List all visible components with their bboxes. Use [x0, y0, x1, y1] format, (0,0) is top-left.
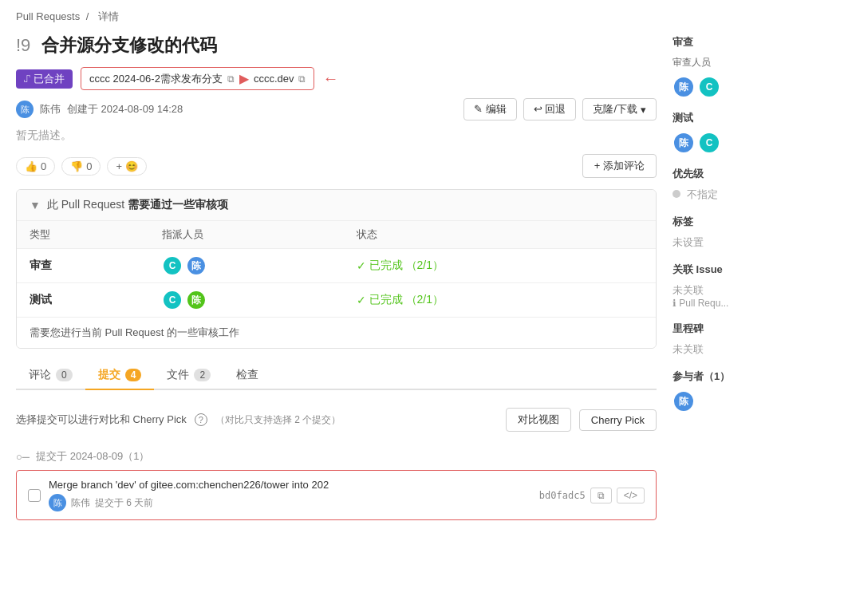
commit-actions: bd0fadc5 ⧉ </>	[539, 488, 645, 503]
clone-download-button[interactable]: 克隆/下载 ▾	[582, 98, 657, 120]
tester-avatar-1: 陈	[672, 132, 695, 154]
pr-title: !9 合并源分支修改的代码	[16, 34, 657, 57]
review-row-check: 审查 C 陈 ✓ 已完成 （	[17, 249, 656, 283]
commit-author-name: 陈伟	[71, 496, 90, 510]
breadcrumb-parent[interactable]: Pull Requests	[16, 10, 80, 22]
col-type: 类型	[17, 221, 149, 249]
review-note: 需要您进行当前 Pull Request 的一些审核工作	[17, 317, 656, 348]
commit-author-row: 陈 陈伟 提交于 6 天前	[49, 494, 531, 511]
tab-check-label: 检查	[236, 368, 258, 382]
red-arrow-icon: ←	[322, 69, 338, 88]
thumbup-icon: 👍	[25, 160, 37, 172]
assignee-avatar-1: C	[162, 255, 183, 276]
sidebar-test-avatars: 陈 C	[672, 132, 832, 154]
copy-branch-to-icon[interactable]: ⧉	[298, 73, 306, 85]
sidebar-priority-value: 不指定	[672, 188, 832, 202]
thumbdown-icon: 👎	[70, 160, 83, 172]
sidebar-milestone-value: 未关联	[672, 342, 832, 357]
col-assignee: 指派人员	[149, 221, 344, 249]
author-name: 陈伟	[40, 102, 61, 116]
contributor-avatar-1: 陈	[672, 390, 695, 413]
emoji-button[interactable]: + 😊	[107, 157, 146, 176]
emoji-icon: + 😊	[116, 160, 137, 172]
sidebar-test-title: 测试	[672, 111, 832, 125]
clone-label: 克隆/下载	[593, 102, 637, 116]
cherry-pick-button[interactable]: Cherry Pick	[579, 409, 657, 431]
branch-to: cccc.dev	[254, 73, 294, 85]
edit-button[interactable]: ✎ 编辑	[463, 98, 517, 120]
commits-group: ○─ 提交于 2024-08-09（1） Merge branch 'dev' …	[16, 449, 657, 520]
review-header-text: 此 Pull Request 需要通过一些审核项	[47, 198, 228, 212]
copy-hash-button[interactable]: ⧉	[590, 488, 612, 503]
help-icon[interactable]: ?	[195, 413, 207, 426]
commit-time: 提交于 6 天前	[95, 496, 153, 510]
review-section: ▼ 此 Pull Request 需要通过一些审核项 类型 指派人员 状态	[16, 189, 657, 349]
review-status-check: ✓ 已完成 （2/1）	[344, 249, 656, 283]
breadcrumb-current: 详情	[98, 10, 119, 22]
sidebar-test: 测试 陈 C	[672, 111, 832, 154]
compare-button[interactable]: 对比视图	[506, 408, 571, 432]
sidebar-issue: 关联 Issue 未关联 ℹ Pull Requ...	[672, 263, 832, 309]
sidebar-priority: 优先级 不指定	[672, 167, 832, 202]
tab-check[interactable]: 检查	[223, 361, 271, 390]
tab-commits-label: 提交	[98, 368, 120, 382]
review-type-check: 审查	[17, 249, 149, 283]
thumbup-button[interactable]: 👍 0	[16, 157, 55, 176]
pr-description: 暂无描述。	[16, 128, 657, 143]
assignee-avatar-2: 陈	[186, 255, 207, 276]
review-table: 类型 指派人员 状态 审查 C 陈	[17, 220, 656, 317]
pr-number: !9	[16, 35, 30, 55]
sidebar-priority-title: 优先级	[672, 167, 832, 181]
branch-info: cccc 2024-06-2需求发布分支 ⧉ ▶ cccc.dev ⧉	[81, 67, 314, 90]
commit-checkbox[interactable]	[28, 489, 41, 502]
thumbup-count: 0	[41, 160, 46, 172]
reviewer-avatar-2: C	[698, 76, 720, 98]
sidebar-milestone-title: 里程碑	[672, 322, 832, 336]
reviewer-avatar-1: 陈	[672, 76, 695, 98]
review-status-test: ✓ 已完成 （2/1）	[344, 283, 656, 318]
revert-button[interactable]: ↩ 回退	[523, 98, 577, 120]
author-avatar: 陈	[16, 101, 34, 118]
branch-from: cccc 2024-06-2需求发布分支	[89, 72, 223, 86]
copy-branch-from-icon[interactable]: ⧉	[227, 73, 235, 85]
tester-avatar-2: C	[698, 132, 720, 154]
add-comment-button[interactable]: + 添加评论	[582, 154, 657, 178]
review-row-test: 测试 C 陈 ✓ 已完成 （	[17, 283, 656, 318]
status-complete-check: ✓ 已完成 （2/1）	[357, 259, 643, 273]
commit-author-avatar: 陈	[49, 494, 66, 511]
sidebar-labels-title: 标签	[672, 215, 832, 229]
sidebar-review-title: 审查	[672, 35, 832, 49]
breadcrumb-separator: /	[86, 10, 89, 22]
check-icon-test: ✓	[357, 294, 366, 306]
commits-date-label: 提交于 2024-08-09（1）	[36, 449, 149, 464]
sidebar-labels-value: 未设置	[672, 235, 832, 250]
tab-comments-label: 评论	[29, 368, 51, 382]
sidebar: 审查 审查人员 陈 C 测试 陈 C 优先级 不指定	[672, 27, 832, 528]
thumbdown-count: 0	[86, 160, 92, 172]
branch-arrow-icon: ▶	[239, 71, 249, 86]
tab-files[interactable]: 文件 2	[154, 361, 223, 390]
tabs-row: 评论 0 提交 4 文件 2 检查	[16, 361, 657, 390]
commits-date-row: ○─ 提交于 2024-08-09（1）	[16, 449, 657, 464]
merged-label: 已合并	[34, 72, 65, 86]
sidebar-issue-note: ℹ Pull Requ...	[672, 298, 832, 309]
author-row: 陈 陈伟 创建于 2024-08-09 14:28 ✎ 编辑 ↩ 回退 克隆/下…	[16, 98, 657, 120]
tab-commits[interactable]: 提交 4	[85, 361, 155, 390]
sidebar-reviewer-title: 审查人员	[672, 56, 832, 69]
review-header[interactable]: ▼ 此 Pull Request 需要通过一些审核项	[17, 190, 656, 220]
tab-comments[interactable]: 评论 0	[16, 361, 85, 390]
tab-files-badge: 2	[194, 369, 211, 381]
sidebar-issue-title: 关联 Issue	[672, 263, 832, 277]
review-type-test: 测试	[17, 283, 149, 318]
sidebar-review: 审查 审查人员 陈 C	[672, 35, 832, 98]
cherry-pick-row: 选择提交可以进行对比和 Cherry Pick ? （对比只支持选择 2 个提交…	[16, 401, 657, 438]
check-icon: ✓	[357, 259, 366, 272]
tab-comments-badge: 0	[56, 369, 73, 381]
breadcrumb: Pull Requests / 详情	[0, 0, 848, 27]
review-chevron-icon: ▼	[30, 199, 41, 211]
commits-date-icon: ○─	[16, 451, 30, 463]
thumbdown-button[interactable]: 👎 0	[61, 157, 101, 176]
sidebar-contributor-avatars: 陈	[672, 390, 832, 413]
assignee-avatar-4: 陈	[186, 290, 207, 310]
code-view-button[interactable]: </>	[617, 488, 645, 503]
